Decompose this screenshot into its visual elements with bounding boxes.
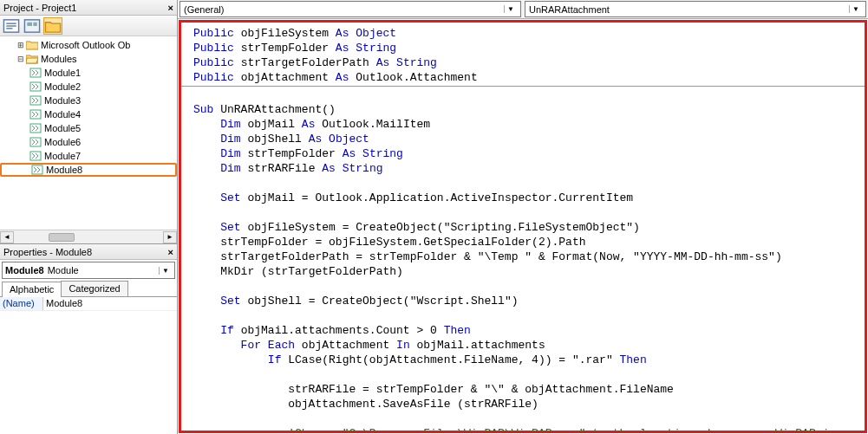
- module-icon: [29, 95, 42, 106]
- folder-icon: [26, 40, 38, 50]
- svg-rect-13: [30, 152, 41, 160]
- properties-object-dropdown[interactable]: Module8 Module ▼: [2, 262, 175, 279]
- procedure-dropdown-value: UnRARAttachment: [529, 4, 610, 15]
- code-editor[interactable]: Public objFileSystem As Object Public st…: [179, 20, 867, 433]
- chevron-down-icon[interactable]: ▼: [504, 5, 517, 13]
- svg-rect-6: [33, 22, 36, 25]
- project-tree[interactable]: ⊞ Microsoft Outlook Ob ⊟ Modules Module1…: [0, 36, 177, 230]
- tree-label: Module5: [44, 123, 81, 133]
- property-name: (Name): [0, 297, 43, 311]
- code-pane: (General) ▼ UnRARAttachment ▼ Public obj…: [178, 0, 868, 434]
- properties-panel: Properties - Module8 × Module8 Module ▼ …: [0, 243, 177, 434]
- tree-item-module7[interactable]: Module7: [0, 149, 177, 163]
- tree-label: Module2: [44, 81, 81, 92]
- view-code-button[interactable]: [2, 17, 21, 35]
- tree-label: Module3: [44, 95, 81, 106]
- module-icon: [29, 81, 42, 92]
- chevron-down-icon[interactable]: ▼: [849, 5, 862, 13]
- svg-rect-14: [32, 165, 42, 174]
- svg-rect-7: [30, 68, 41, 77]
- project-panel-close-icon[interactable]: ×: [168, 3, 173, 13]
- project-hscrollbar[interactable]: ◄ ►: [0, 230, 177, 243]
- svg-rect-10: [30, 110, 41, 119]
- tree-folder-outlook[interactable]: ⊞ Microsoft Outlook Ob: [0, 38, 177, 52]
- procedure-separator: [181, 86, 865, 87]
- tree-folder-modules[interactable]: ⊟ Modules: [0, 52, 177, 66]
- project-panel-title: Project - Project1: [3, 3, 76, 13]
- svg-rect-11: [30, 124, 41, 133]
- property-value[interactable]: Module8: [43, 297, 177, 311]
- object-dropdown[interactable]: (General) ▼: [179, 1, 521, 17]
- tree-item-module6[interactable]: Module6: [0, 135, 177, 149]
- svg-rect-12: [30, 138, 41, 146]
- project-toolbar: [0, 16, 177, 36]
- scroll-thumb[interactable]: [49, 233, 75, 242]
- toggle-folders-button[interactable]: [43, 17, 62, 35]
- collapse-icon[interactable]: ⊟: [16, 55, 25, 64]
- svg-rect-9: [30, 96, 41, 105]
- tree-label: Microsoft Outlook Ob: [41, 40, 130, 50]
- object-dropdown-value: (General): [184, 4, 224, 15]
- code-dropdown-row: (General) ▼ UnRARAttachment ▼: [178, 0, 868, 19]
- procedure-dropdown[interactable]: UnRARAttachment ▼: [525, 1, 866, 17]
- tree-label: Module6: [44, 137, 81, 147]
- properties-panel-title: Properties - Module8: [3, 247, 92, 257]
- properties-tabs: Alphabetic Categorized: [0, 281, 177, 297]
- folder-open-icon: [26, 54, 38, 64]
- module-icon: [29, 151, 42, 161]
- tree-label: Module1: [44, 68, 81, 78]
- tree-item-module3[interactable]: Module3: [0, 94, 177, 107]
- tree-item-module4[interactable]: Module4: [0, 107, 177, 121]
- tree-label: Modules: [41, 54, 77, 64]
- tree-item-module5[interactable]: Module5: [0, 121, 177, 135]
- project-panel-header: Project - Project1 ×: [0, 0, 177, 16]
- view-object-button[interactable]: [23, 17, 42, 35]
- left-column: Project - Project1 × ⊞ Microsoft Outlook…: [0, 0, 178, 434]
- module-icon: [29, 68, 42, 78]
- svg-rect-5: [27, 22, 32, 25]
- module-icon: [29, 109, 42, 120]
- module-icon: [31, 165, 43, 175]
- chevron-down-icon[interactable]: ▼: [159, 267, 172, 275]
- tab-categorized[interactable]: Categorized: [61, 281, 127, 296]
- module-icon: [29, 123, 42, 133]
- code-text[interactable]: Public objFileSystem As Object Public st…: [181, 23, 865, 433]
- properties-panel-header: Properties - Module8 ×: [0, 244, 177, 260]
- properties-panel-close-icon[interactable]: ×: [168, 247, 173, 257]
- object-type: Module: [48, 265, 79, 275]
- module-icon: [29, 137, 42, 147]
- tree-label: Module4: [44, 109, 81, 120]
- scroll-right-icon[interactable]: ►: [163, 231, 177, 243]
- tab-alphabetic[interactable]: Alphabetic: [2, 282, 62, 297]
- properties-grid[interactable]: (Name) Module8: [0, 297, 177, 434]
- tree-label: Module7: [44, 151, 81, 161]
- tree-item-module1[interactable]: Module1: [0, 66, 177, 80]
- tree-label: Module8: [46, 165, 82, 175]
- scroll-left-icon[interactable]: ◄: [0, 231, 14, 243]
- tree-item-module8[interactable]: Module8: [0, 163, 177, 177]
- svg-rect-8: [30, 82, 41, 91]
- property-row[interactable]: (Name) Module8: [0, 297, 177, 311]
- tree-item-module2[interactable]: Module2: [0, 80, 177, 94]
- expand-icon[interactable]: ⊞: [16, 41, 25, 50]
- object-name: Module8: [5, 265, 44, 275]
